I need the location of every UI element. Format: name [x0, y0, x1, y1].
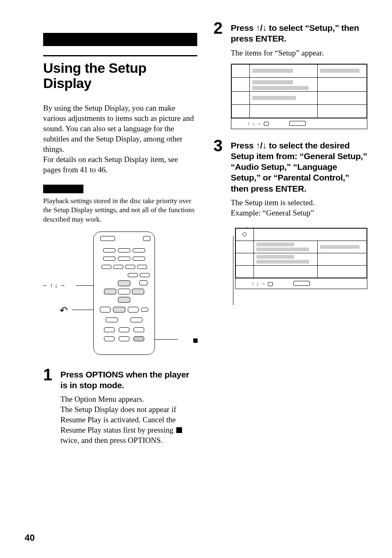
menu-row: [231, 77, 367, 91]
return-key-label: ↶: [60, 305, 68, 316]
footer-button-icon: [289, 121, 306, 126]
arrow-keys-label: ← ↑ ↓ →: [42, 282, 66, 289]
stop-key-label: ■: [193, 335, 198, 346]
step-2-text: The items for “Setup” appear.: [231, 48, 368, 58]
menu-row-selected: [235, 228, 367, 241]
remote-outline: [93, 232, 155, 355]
step-number: 1: [43, 367, 55, 446]
note-label: [43, 185, 83, 193]
step-1-heading: Press OPTIONS when the player is in stop…: [60, 369, 197, 391]
menu-row: [235, 265, 367, 278]
menu-footer: ↑ ↓ →: [231, 118, 367, 129]
footer-button-icon: [293, 281, 310, 286]
step-3-head-before: Press: [231, 141, 256, 150]
note-body: Playback settings stored in the disc tak…: [43, 197, 197, 224]
step-number: 2: [214, 21, 226, 129]
setup-items-menu: ↑ ↓ →: [231, 64, 368, 129]
enter-button-icon: [264, 122, 269, 126]
step-3-text: The Setup item is selected. Example: “Ge…: [231, 197, 368, 218]
chapter-header-bar: [43, 33, 197, 46]
step-2: 2 Press ↑/↓ to select “Setup,” then pres…: [214, 21, 368, 129]
step-3-heading: Press ↑/↓ to select the desired Setup it…: [231, 140, 368, 194]
callout-line: [233, 236, 233, 305]
enter-button-icon: [268, 282, 273, 286]
nav-arrows-icon: ↑ ↓ →: [248, 121, 262, 127]
step-3: 3 Press ↑/↓ to select the desired Setup …: [214, 138, 368, 289]
step-number: 3: [214, 138, 226, 289]
step-1: 1 Press OPTIONS when the player is in st…: [43, 367, 197, 446]
menu-row: [231, 104, 367, 118]
page-number: 40: [25, 533, 35, 543]
updown-arrow-icon: ↑/↓: [256, 141, 267, 150]
menu-row: [235, 253, 367, 265]
menu-footer: ↑ ↓ →: [235, 278, 367, 289]
intro-paragraph: By using the Setup Display, you can make…: [43, 103, 197, 175]
step-2-head-before: Press: [231, 23, 256, 32]
step-2-heading: Press ↑/↓ to select “Setup,” then press …: [231, 23, 368, 44]
callout-line: [76, 285, 95, 286]
chapter-title: Using the Setup Display: [43, 60, 197, 91]
intro-text-1: By using the Setup Display, you can make…: [43, 103, 197, 154]
callout-line: [72, 310, 95, 310]
step-1-text-before: The Option Menu appears. The Setup Displ…: [60, 395, 176, 434]
nav-arrows-icon: ↑ ↓ →: [252, 281, 266, 287]
intro-text-2: For details on each Setup Display item, …: [43, 154, 197, 175]
remote-illustration: ← ↑ ↓ → ↶ ■: [44, 232, 196, 359]
menu-row: [231, 64, 367, 77]
menu-row: [235, 241, 367, 253]
updown-arrow-icon: ↑/↓: [256, 23, 267, 32]
general-setup-menu: ↑ ↓ →: [231, 228, 368, 289]
stop-icon: [176, 427, 182, 433]
selection-dot-icon: [242, 232, 247, 236]
title-rule: [43, 55, 197, 56]
menu-row: [231, 91, 367, 104]
step-1-text-after: twice, and then press OPTIONS.: [60, 436, 163, 445]
step-1-text: The Option Menu appears. The Setup Displ…: [60, 394, 197, 445]
